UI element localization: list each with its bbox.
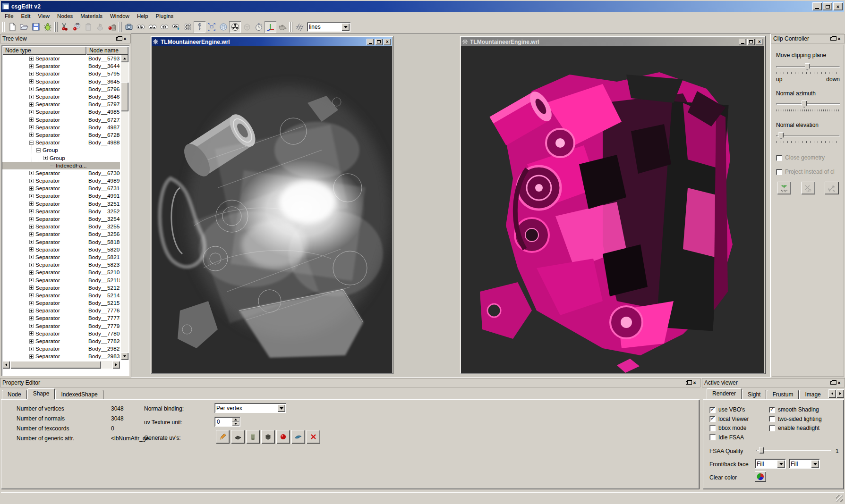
box-uv-button[interactable] bbox=[261, 430, 275, 444]
view-eyes-1-icon[interactable] bbox=[135, 21, 146, 33]
tree-row[interactable]: SeparatorBody__32568 bbox=[2, 230, 120, 238]
tree-row[interactable]: SeparatorBody__57979 bbox=[2, 101, 120, 108]
expand-icon[interactable] bbox=[29, 347, 34, 351]
save-file-icon[interactable] bbox=[30, 21, 42, 33]
expand-icon[interactable] bbox=[29, 202, 34, 206]
fsaa-quality-slider[interactable] bbox=[756, 446, 831, 454]
tree-row[interactable]: SeparatorBody__77806 bbox=[2, 330, 120, 337]
chevron-down-icon[interactable] bbox=[341, 23, 350, 31]
scroll-left-icon[interactable] bbox=[2, 361, 10, 369]
normal-azimuth-slider[interactable] bbox=[776, 100, 840, 108]
close-panel-icon[interactable]: × bbox=[836, 35, 843, 42]
uv-texture-unit-spinner[interactable]: 0 bbox=[214, 417, 240, 427]
viewer-left-titlebar[interactable]: TLMountaineerEngine.wrl × bbox=[152, 37, 392, 46]
expand-icon[interactable] bbox=[29, 331, 34, 336]
view-eyes-3-icon[interactable] bbox=[158, 21, 170, 33]
tree-vscrollbar[interactable] bbox=[121, 55, 128, 360]
expand-icon[interactable] bbox=[29, 293, 34, 297]
move-clip-button[interactable] bbox=[825, 182, 839, 194]
tree-row[interactable]: SeparatorBody__36468 bbox=[2, 93, 120, 101]
expand-icon[interactable] bbox=[29, 118, 34, 122]
sphere-uv-button[interactable] bbox=[276, 430, 290, 444]
tree-row[interactable]: SeparatorBody__77764 bbox=[2, 307, 120, 314]
viewport-xray[interactable] bbox=[152, 46, 392, 373]
front-face-combo[interactable]: Fill bbox=[755, 459, 786, 469]
vscroll-thumb[interactable] bbox=[121, 82, 128, 111]
view-eyes-2-icon[interactable] bbox=[146, 21, 158, 33]
chevron-down-icon[interactable] bbox=[777, 460, 785, 468]
tree-row[interactable]: SeparatorBody__29839 bbox=[2, 353, 120, 360]
expand-icon[interactable] bbox=[29, 171, 34, 175]
toolbar-handle[interactable] bbox=[2, 22, 5, 32]
debug-bug-icon[interactable] bbox=[42, 21, 53, 33]
tree-row[interactable]: SeparatorBody__32512 bbox=[2, 200, 120, 208]
tab-scroll-left-icon[interactable] bbox=[828, 389, 836, 398]
tab-image-p[interactable]: Image P bbox=[799, 390, 826, 399]
expand-icon[interactable] bbox=[29, 79, 34, 84]
expand-icon[interactable] bbox=[29, 286, 34, 290]
menu-materials[interactable]: Materials bbox=[77, 12, 106, 20]
tab-shape[interactable]: Shape bbox=[27, 388, 55, 399]
minimize-button[interactable] bbox=[812, 2, 822, 10]
expand-icon[interactable] bbox=[29, 95, 34, 99]
delete-uv-button[interactable] bbox=[307, 430, 320, 444]
expand-icon[interactable] bbox=[29, 194, 34, 198]
expand-icon[interactable] bbox=[29, 225, 34, 229]
float-panel-icon[interactable] bbox=[828, 35, 836, 42]
tree-view-header[interactable]: Tree view × bbox=[0, 34, 131, 43]
tree-row[interactable]: SeparatorBody__36454 bbox=[2, 78, 120, 85]
column-header-node-name[interactable]: Node name bbox=[86, 46, 128, 55]
expand-icon[interactable] bbox=[29, 179, 34, 183]
child-maximize-icon[interactable] bbox=[747, 39, 755, 45]
collapse-icon[interactable] bbox=[36, 148, 41, 152]
view-eyes-drop-icon[interactable] bbox=[170, 21, 182, 33]
child-close-icon[interactable]: × bbox=[384, 39, 391, 45]
expand-icon[interactable] bbox=[29, 87, 34, 91]
expand-icon[interactable] bbox=[29, 309, 34, 313]
hatch-grid-icon[interactable] bbox=[293, 21, 305, 33]
expand-icon[interactable] bbox=[29, 110, 34, 114]
resize-grip[interactable] bbox=[836, 495, 843, 502]
tree-row[interactable]: SeparatorBody__52115 bbox=[2, 276, 120, 284]
maximize-button[interactable] bbox=[823, 2, 832, 10]
menu-window[interactable]: Window bbox=[106, 12, 133, 20]
expand-icon[interactable] bbox=[29, 125, 34, 129]
tree-row[interactable]: SeparatorBody__58189 bbox=[2, 238, 120, 246]
spin-down-icon[interactable] bbox=[232, 422, 239, 426]
expand-icon[interactable] bbox=[29, 240, 34, 244]
menu-plugins[interactable]: Plugins bbox=[152, 12, 178, 20]
expand-icon[interactable] bbox=[29, 263, 34, 267]
tab-scroll-right-icon[interactable] bbox=[836, 389, 844, 398]
tab-renderer[interactable]: Renderer bbox=[707, 388, 742, 399]
tree-row[interactable]: Group bbox=[2, 154, 120, 161]
clip-controller-header[interactable]: Clip Controller × bbox=[771, 34, 845, 43]
tree-row[interactable]: SeparatorBody__77778 bbox=[2, 314, 120, 322]
menu-file[interactable]: File bbox=[1, 12, 17, 20]
tree-row[interactable]: SeparatorBody__52157 bbox=[2, 299, 120, 307]
tree-row[interactable]: SeparatorBody__77820 bbox=[2, 337, 120, 345]
close-geometry-checkbox[interactable]: Close geometry bbox=[776, 154, 840, 161]
menu-view[interactable]: View bbox=[34, 12, 53, 20]
fit-view-icon[interactable] bbox=[205, 21, 217, 33]
child-minimize-icon[interactable] bbox=[367, 39, 374, 45]
close-button[interactable]: × bbox=[833, 2, 843, 10]
tree-row[interactable]: SeparatorBody__57965 bbox=[2, 85, 120, 93]
expand-icon[interactable] bbox=[29, 57, 34, 61]
tree-row[interactable]: SeparatorBody__67300 bbox=[2, 169, 120, 177]
tree-row[interactable]: SeparatorBody__52101 bbox=[2, 269, 120, 276]
tree-row[interactable]: SeparatorBody__58217 bbox=[2, 253, 120, 261]
project-instead-checkbox[interactable]: Project instead of cl bbox=[776, 168, 840, 175]
child-maximize-icon[interactable] bbox=[375, 39, 383, 45]
expand-icon[interactable] bbox=[29, 339, 34, 344]
cut-icon[interactable] bbox=[59, 21, 70, 33]
menu-help[interactable]: Help bbox=[133, 12, 152, 20]
tab-frustum[interactable]: Frustum bbox=[767, 390, 799, 399]
axes-icon[interactable] bbox=[265, 21, 276, 33]
viewport-shaded[interactable] bbox=[461, 46, 764, 373]
expand-icon[interactable] bbox=[29, 133, 34, 137]
menu-nodes[interactable]: Nodes bbox=[53, 12, 77, 20]
new-file-icon[interactable] bbox=[6, 21, 18, 33]
tree-row[interactable]: SeparatorBody__57951 bbox=[2, 70, 120, 77]
tree-row[interactable]: SeparatorBody__29825 bbox=[2, 345, 120, 353]
expand-icon[interactable] bbox=[29, 301, 34, 305]
